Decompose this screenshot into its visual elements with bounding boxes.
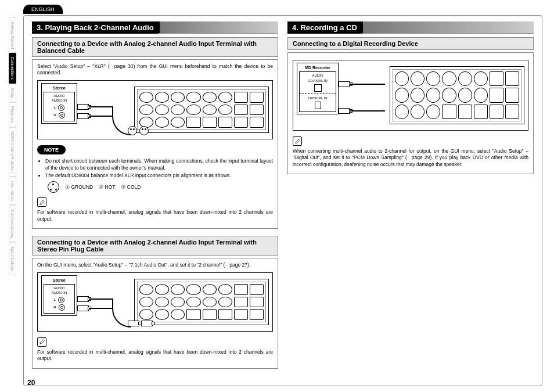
subheader-digital: Connecting to a Digital Recording Device — [287, 37, 534, 50]
jack-l-icon — [58, 297, 64, 303]
pencil-note-icon — [293, 136, 302, 146]
xlr-plug-icon — [139, 126, 149, 135]
r-label: R — [53, 113, 56, 117]
intro-text: On the GUI menu, select "Audio Setup" – … — [37, 262, 273, 268]
pin-2-num: ② — [99, 184, 103, 190]
stereo-title: Stereo — [44, 85, 75, 91]
coaxial-port-icon — [314, 84, 322, 92]
pin-2-label: HOT — [105, 184, 116, 190]
jack-r-icon — [59, 304, 65, 311]
diagram-pinplug: Stereo AUDIO AUDIO IN L R — [37, 272, 273, 332]
side-tab-troubleshooting[interactable]: Troubleshooting — [9, 205, 16, 242]
side-tab-setup[interactable]: Setup — [9, 84, 16, 102]
md-title: MD Recorder — [299, 65, 336, 70]
pin-legend: ① GROUND ② HOT ③ COLD — [48, 181, 273, 193]
pin-3-num: ③ — [121, 184, 125, 190]
stereo-audio-label: AUDIO — [45, 286, 73, 290]
note-badge: NOTE — [37, 145, 66, 154]
cable-plug-icon — [77, 113, 89, 119]
box-digital: MD Recorder AUDIO COAXIAL IN OPTICAL IN — [287, 52, 534, 174]
side-tab-information[interactable]: Information — [9, 177, 16, 205]
footer-text: For software recorded in multi-channel, … — [37, 209, 273, 222]
page-number: 20 — [27, 379, 35, 387]
side-tab-connections[interactable]: Connections — [9, 53, 16, 84]
section-title: 4. Recording a CD — [287, 21, 362, 34]
note-item: The default UD9004 balance model XLR inp… — [45, 172, 273, 179]
subheader-balanced: Connecting to a Device with Analog 2-cha… — [32, 37, 278, 57]
box-pinplug: On the GUI menu, select "Audio Setup" – … — [32, 258, 278, 368]
right-column: 4. Recording a CD Connecting to a Digita… — [287, 21, 534, 376]
r-label: R — [53, 305, 56, 310]
footer-text: For software recorded in multi-channel, … — [37, 349, 273, 362]
md-audio-label: AUDIO — [301, 73, 334, 78]
rear-panel — [134, 87, 269, 133]
md-coax-label: COAXIAL IN — [301, 78, 334, 83]
coax-plug-icon — [339, 81, 350, 87]
jack-l-icon — [58, 105, 64, 111]
section-title: 3. Playing Back 2-Channel Audio — [32, 21, 159, 34]
xlr-plug-icon — [128, 126, 137, 135]
jack-r-icon — [59, 112, 65, 118]
rca-plug-icon — [77, 305, 89, 311]
optical-port-icon — [315, 102, 321, 109]
diagram-digital: MD Recorder AUDIO COAXIAL IN OPTICAL IN — [293, 60, 528, 131]
cable-plug-icon — [77, 104, 89, 110]
language-tab: ENGLISH — [23, 5, 63, 14]
l-label: L — [54, 297, 56, 302]
subheader-pinplug: Connecting to a Device with Analog 2-cha… — [32, 236, 278, 256]
section-header-playback: 3. Playing Back 2-Channel Audio — [32, 21, 278, 34]
stereo-device: Stereo AUDIO AUDIO IN L R — [41, 83, 77, 124]
rca-plug-icon — [77, 296, 89, 302]
rear-panel — [134, 279, 269, 325]
left-column: 3. Playing Back 2-Channel Audio Connecti… — [32, 21, 278, 376]
side-tab-specifications[interactable]: Specifications — [9, 242, 16, 275]
stereo-in-label: AUDIO IN — [45, 290, 73, 295]
md-recorder-device: MD Recorder AUDIO COAXIAL IN OPTICAL IN — [297, 63, 339, 114]
pin-1-num: ① — [65, 184, 70, 190]
pencil-note-icon — [37, 197, 46, 207]
side-tab-playback[interactable]: Playback — [9, 102, 16, 127]
side-tab-getting-started[interactable]: Getting Started — [9, 17, 16, 53]
md-opt-label: OPTICAL IN — [301, 96, 334, 100]
rca-plug-icon — [128, 321, 139, 326]
side-nav: Getting Started Connections Setup Playba… — [9, 17, 18, 275]
diagram-balanced: Stereo AUDIO AUDIO IN L R — [37, 80, 273, 139]
rear-panel — [390, 66, 524, 124]
stereo-device: Stereo AUDIO AUDIO IN L R — [41, 275, 77, 316]
xlr-pin-diagram-icon — [48, 181, 59, 193]
note-item: Do not short circuit between each termin… — [45, 158, 273, 171]
side-tab-hdmi[interactable]: HDMI Control Function — [9, 127, 16, 177]
page-frame: 3. Playing Back 2-Channel Audio Connecti… — [23, 15, 542, 386]
optical-plug-icon — [339, 108, 350, 114]
footer-text: When converting multi-channel audio to 2… — [293, 148, 528, 168]
stereo-in-label: AUDIO IN — [45, 98, 73, 103]
box-balanced: Select "Audio Setup" – "XLR" (☞page 30) … — [32, 59, 278, 229]
section-header-recording: 4. Recording a CD — [287, 21, 534, 34]
l-label: L — [54, 105, 56, 110]
pin-1-label: GROUND — [71, 184, 93, 190]
pin-3-label: COLD — [127, 184, 141, 190]
stereo-audio-label: AUDIO — [45, 93, 73, 98]
pencil-note-icon — [37, 337, 46, 347]
rca-plug-icon — [141, 321, 153, 326]
note-list: Do not short circuit between each termin… — [37, 158, 273, 179]
stereo-title: Stereo — [44, 278, 75, 283]
intro-text: Select "Audio Setup" – "XLR" (☞page 30) … — [37, 63, 273, 77]
